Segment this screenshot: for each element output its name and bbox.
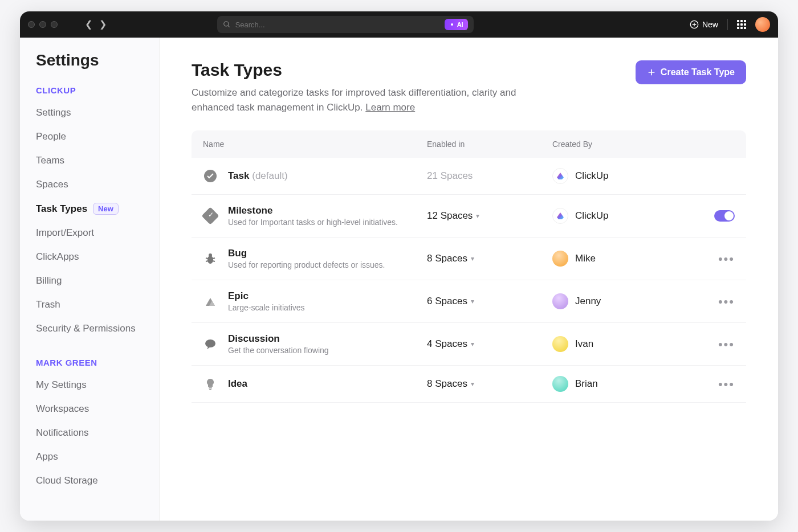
sidebar-item-notifications[interactable]: Notifications [20,421,159,445]
sidebar-item-teams[interactable]: Teams [20,149,159,173]
sidebar-item-task-types[interactable]: Task TypesNew [20,197,159,221]
new-button[interactable]: New [690,20,718,29]
new-badge: New [93,203,119,215]
search-icon [223,21,231,28]
creator-name: Mike [575,253,596,264]
table-row[interactable]: Idea8 Spaces▾Brian••• [192,366,746,403]
nav-back-icon[interactable]: ❮ [85,20,92,29]
enabled-in-cell[interactable]: 6 Spaces▾ [427,296,552,307]
created-by-cell: Mike [552,251,701,267]
action-cell: ••• [701,256,735,262]
page-header-text: Task Types Customize and categorize task… [192,60,545,114]
col-created: Created By [552,140,701,149]
main-content: Task Types Customize and categorize task… [160,38,778,521]
creator-avatar [552,208,568,224]
page-description: Customize and categorize tasks for impro… [192,85,545,114]
svg-line-11 [206,258,208,259]
epic-icon [203,294,218,309]
created-by-cell: ClickUp [552,168,701,184]
enabled-in-cell[interactable]: 4 Spaces▾ [427,338,552,350]
table-row[interactable]: EpicLarge-scale initiatives6 Spaces▾Jenn… [192,280,746,323]
sidebar-item-clickapps[interactable]: ClickApps [20,245,159,269]
page-header: Task Types Customize and categorize task… [192,60,746,114]
app-grid-icon[interactable] [737,20,746,29]
creator-name: Brian [575,378,598,390]
search-input[interactable] [235,21,435,29]
created-by-cell: Brian [552,376,701,392]
table-row[interactable]: Task (default)21 SpacesClickUp [192,158,746,195]
nav-forward-icon[interactable]: ❯ [99,20,107,29]
table-row[interactable]: MilestoneUsed for Important tasks or hig… [192,195,746,238]
sidebar-section-label: CLICKUP [20,81,159,101]
chevron-down-icon: ▾ [471,297,474,305]
enabled-in-cell[interactable]: 8 Spaces▾ [427,378,552,390]
sidebar-item-my-settings[interactable]: My Settings [20,373,159,397]
divider [727,19,728,30]
sidebar-item-label: Task Types [36,203,87,215]
svg-line-13 [206,261,208,261]
table-row[interactable]: BugUsed for reporting product defects or… [192,238,746,280]
more-menu-icon[interactable]: ••• [718,256,735,262]
learn-more-link[interactable]: Learn more [365,102,415,113]
sidebar-item-label: People [36,131,66,142]
sidebar-item-label: Spaces [36,179,68,190]
task-type-title: Task (default) [228,170,288,182]
new-label: New [702,20,718,29]
sidebar-item-label: Import/Export [36,227,94,239]
minimize-dot[interactable] [39,21,46,28]
sidebar-item-label: Billing [36,275,62,287]
create-task-type-button[interactable]: Create Task Type [636,60,746,84]
svg-point-17 [205,339,215,347]
enabled-in-cell[interactable]: 8 Spaces▾ [427,253,552,264]
maximize-dot[interactable] [51,21,58,28]
global-search[interactable]: AI [217,16,474,33]
titlebar: ❮ ❯ AI New [20,11,778,38]
sidebar-item-workspaces[interactable]: Workspaces [20,397,159,421]
svg-point-0 [223,22,228,26]
sidebar-item-import-export[interactable]: Import/Export [20,221,159,245]
window-controls[interactable] [28,21,58,28]
sidebar-item-security-permissions[interactable]: Security & Permissions [20,317,159,341]
task-type-desc: Used for reporting product defects or is… [228,260,385,269]
task-type-desc: Large-scale initiatives [228,303,305,312]
ai-sparkle-icon [449,22,455,27]
task-types-table: Name Enabled in Created By Task (default… [192,130,746,403]
sidebar-item-cloud-storage[interactable]: Cloud Storage [20,469,159,493]
name-cell: Idea [203,377,427,391]
sidebar-item-apps[interactable]: Apps [20,445,159,469]
sidebar-item-label: Teams [36,155,64,166]
name-cell: EpicLarge-scale initiatives [203,290,427,312]
chevron-down-icon: ▾ [476,212,479,220]
col-enabled: Enabled in [427,140,552,149]
sidebar-item-spaces[interactable]: Spaces [20,173,159,197]
chevron-down-icon: ▾ [471,255,474,263]
sidebar-item-settings[interactable]: Settings [20,101,159,125]
creator-avatar [552,293,568,309]
sidebar-item-label: Apps [36,451,58,463]
more-menu-icon[interactable]: ••• [718,341,735,347]
task-type-title: Idea [228,378,247,390]
sidebar: Settings CLICKUPSettingsPeopleTeamsSpace… [20,38,160,521]
check-circle-icon [203,169,218,183]
current-user-avatar[interactable] [755,17,770,32]
sidebar-item-billing[interactable]: Billing [20,269,159,293]
sidebar-item-label: Workspaces [36,403,89,415]
sidebar-item-trash[interactable]: Trash [20,293,159,317]
sidebar-item-label: Trash [36,299,60,310]
task-type-title: Epic [228,290,305,302]
sidebar-item-label: Notifications [36,427,89,439]
sidebar-item-label: Security & Permissions [36,323,136,334]
table-header: Name Enabled in Created By [192,130,746,158]
ai-badge[interactable]: AI [445,19,468,30]
plus-circle-icon [690,20,699,29]
more-menu-icon[interactable]: ••• [718,298,735,305]
enabled-in-cell[interactable]: 12 Spaces▾ [427,210,552,222]
name-cell: DiscussionGet the conversation flowing [203,333,427,355]
action-cell [701,210,735,222]
enable-toggle[interactable] [714,210,735,222]
table-row[interactable]: DiscussionGet the conversation flowing4 … [192,323,746,366]
sidebar-item-people[interactable]: People [20,125,159,149]
close-dot[interactable] [28,21,35,28]
sidebar-section-label: MARK GREEN [20,353,159,373]
more-menu-icon[interactable]: ••• [718,381,735,387]
